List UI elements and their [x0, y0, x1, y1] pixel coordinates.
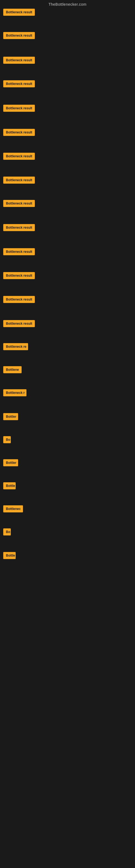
- bottleneck-result-item: Bottleneck result: [3, 224, 35, 231]
- bottleneck-result-item: Bottleneck result: [3, 32, 35, 39]
- bottleneck-result-item: Bottleneck re: [3, 343, 28, 350]
- bottleneck-result-item: Bottler: [3, 413, 18, 420]
- bottleneck-result-item: Bottleneck result: [3, 200, 35, 207]
- bottleneck-result-item: Bottleneck result: [3, 296, 35, 303]
- site-title: TheBottlenecker.com: [0, 0, 135, 8]
- bottleneck-result-item: Bottleneck r: [3, 389, 27, 396]
- bottleneck-result-item: Bottleneck result: [3, 105, 35, 112]
- bottleneck-result-item: Bottler: [3, 459, 18, 466]
- bottleneck-result-item: Bottleneck result: [3, 272, 35, 279]
- bottleneck-result-item: Bottleneck result: [3, 129, 35, 136]
- bottleneck-result-item: Bo: [3, 436, 11, 443]
- bottleneck-result-item: Bottleneck result: [3, 57, 35, 64]
- bottleneck-result-item: Bottleneck result: [3, 320, 35, 327]
- bottleneck-result-item: Bottlene: [3, 366, 21, 373]
- bottleneck-result-item: Bo: [3, 528, 11, 535]
- bottleneck-result-item: Bottlenec: [3, 505, 23, 513]
- bottleneck-result-item: Bottleneck result: [3, 177, 35, 184]
- bottleneck-result-item: Bottleneck result: [3, 153, 35, 160]
- bottleneck-result-item: Bottleneck result: [3, 248, 35, 255]
- bottleneck-result-item: Bottleneck result: [3, 80, 35, 87]
- bottleneck-result-item: Bottle: [3, 482, 16, 489]
- bottleneck-result-item: Bottle: [3, 552, 16, 559]
- bottleneck-result-item: Bottleneck result: [3, 9, 35, 16]
